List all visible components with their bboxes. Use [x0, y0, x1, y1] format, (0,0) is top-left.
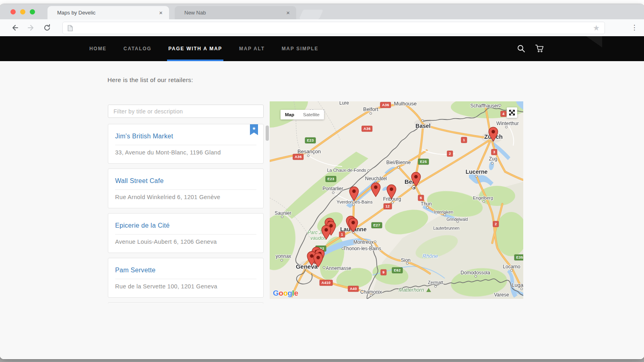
retailer-card[interactable]: ★Jim's British Market33, Avenue du Mont-…	[108, 124, 264, 164]
star-icon: ★	[252, 126, 256, 131]
map-type-control: Map Satellite	[281, 110, 324, 119]
tab-close-icon[interactable]: ×	[157, 9, 164, 16]
nature-label: Rhône	[423, 253, 438, 259]
nav-item-map-alt[interactable]: MAP ALT	[239, 36, 265, 61]
divider	[115, 145, 256, 145]
city-label: Belfort	[363, 106, 378, 112]
city-label: Schaffhausen	[470, 103, 500, 109]
map-marker-pin[interactable]	[411, 172, 421, 187]
browser-window: Maps by Develic × New Nab ×	[0, 4, 644, 359]
city-label: Lugano	[512, 282, 523, 288]
city-dot	[444, 214, 446, 216]
road-badge: A410	[320, 280, 333, 286]
road-badge: 9	[380, 269, 386, 276]
tab-new-nab[interactable]: New Nab ×	[175, 6, 296, 19]
fullscreen-icon	[509, 109, 515, 116]
road-badge: E27	[372, 222, 382, 228]
cart-button[interactable]	[530, 44, 549, 53]
google-logo-letter: o	[279, 289, 283, 297]
nav-item-map-simple[interactable]: MAP SIMPLE	[282, 36, 318, 61]
city-label: Thun	[421, 201, 431, 207]
url-input[interactable]	[77, 25, 593, 31]
tab-close-icon[interactable]: ×	[285, 9, 291, 16]
retailer-name[interactable]: Pam Servette	[115, 258, 256, 274]
city-dot	[475, 175, 477, 177]
tab-maps-by-develic[interactable]: Maps by Develic ×	[47, 6, 169, 19]
city-label: Annemasse	[326, 265, 351, 271]
nav-item-catalog[interactable]: CATALOG	[124, 36, 151, 61]
road-badge: A40	[348, 286, 359, 292]
tab-title: New Nab	[184, 10, 285, 16]
city-dot	[505, 126, 508, 128]
page-icon	[68, 25, 73, 31]
address-bar[interactable]: ★	[62, 22, 605, 34]
google-logo-letter: o	[283, 289, 287, 297]
browser-toolbar: ★ ⋮	[0, 19, 644, 36]
city-label: Lucerne	[466, 169, 487, 175]
filter-input[interactable]	[108, 105, 264, 118]
city-label: Thonon-les-Bains	[343, 246, 381, 251]
city-label: Locarno	[503, 264, 520, 269]
city-dot	[307, 154, 310, 157]
city-dot	[281, 259, 283, 261]
retailer-card[interactable]: Pam ServetteRue de la Servette 100, 1201…	[108, 258, 264, 298]
map-marker-pin[interactable]	[488, 127, 498, 142]
road-badge: 3	[491, 149, 497, 155]
road-badge: E35	[514, 255, 523, 261]
city-dot	[475, 275, 477, 278]
road-badge: 12	[384, 204, 392, 210]
map-marker-pin[interactable]	[348, 218, 358, 232]
retailer-card[interactable]: Epicerie de la CitéAvenue Louis-Aubert 6…	[108, 213, 264, 253]
satellite-button[interactable]: Satellite	[299, 110, 324, 119]
list-scrollbar[interactable]	[266, 125, 269, 141]
zoom-window-button[interactable]	[30, 9, 35, 14]
city-dot	[491, 162, 493, 165]
retailer-address: Rue de la Servette 100, 1201 Geneva	[115, 283, 256, 290]
cart-icon	[535, 44, 545, 53]
road-badge: 2	[493, 221, 499, 227]
city-dot	[456, 220, 459, 223]
divider	[115, 234, 256, 234]
minimize-window-button[interactable]	[20, 9, 25, 14]
map-marker-pin[interactable]	[321, 225, 331, 240]
map-marker-pin[interactable]	[386, 184, 396, 199]
site-navigation: HOMECATALOGPAGE WITH A MAPMAP ALTMAP SIM…	[0, 36, 644, 61]
new-tab-button[interactable]	[299, 10, 324, 19]
city-dot	[367, 169, 370, 172]
city-label: Varese	[494, 292, 509, 298]
retailer-name[interactable]: Jim's British Market	[115, 124, 256, 140]
search-button[interactable]	[512, 44, 530, 53]
map-button[interactable]: Map	[281, 110, 299, 119]
nav-item-home[interactable]: HOME	[89, 36, 107, 61]
forward-button[interactable]	[26, 23, 36, 33]
google-logo[interactable]: Google	[273, 289, 298, 298]
map-canvas[interactable]: VesoulLureBelfortMulhouseBaselSchaffhaus…	[270, 101, 523, 299]
map-marker-pin[interactable]	[371, 182, 381, 197]
retailer-panel: ★Jim's British Market33, Avenue du Mont-…	[108, 105, 269, 303]
city-dot	[421, 119, 424, 122]
nav-item-page-with-a-map[interactable]: PAGE WITH A MAP	[168, 36, 222, 61]
city-label: Lure	[339, 101, 349, 106]
city-label: Zermatt	[428, 280, 443, 285]
city-dot	[369, 112, 372, 115]
city-label: Sion	[401, 257, 411, 263]
retailer-card[interactable]: Wall Street CafeRue Arnold Winkelried 6,…	[108, 169, 264, 208]
retailer-address: 33, Avenue du Mont-Blanc, 1196 Gland	[115, 149, 256, 156]
back-button[interactable]	[10, 23, 20, 33]
browser-menu-icon[interactable]: ⋮	[630, 22, 638, 33]
road-badge: E23	[305, 138, 316, 144]
fullscreen-button[interactable]	[507, 107, 517, 118]
city-label: Neuchâtel	[365, 176, 387, 181]
map-marker-pin[interactable]	[313, 253, 323, 267]
road-badge: A36	[293, 154, 303, 160]
retailer-name[interactable]: Epicerie de la Cité	[115, 214, 256, 229]
map-marker-pin[interactable]	[349, 186, 359, 201]
bookmark-star-icon[interactable]: ★	[593, 24, 600, 32]
reload-button[interactable]	[42, 23, 52, 33]
retailer-name[interactable]: Wall Street Cafe	[115, 169, 256, 185]
close-window-button[interactable]	[10, 9, 16, 14]
road-badge: E62	[392, 267, 403, 274]
city-label: Winterthur	[496, 121, 518, 126]
city-label: Pontarlier	[322, 186, 343, 191]
road-badge: 4	[500, 111, 506, 117]
